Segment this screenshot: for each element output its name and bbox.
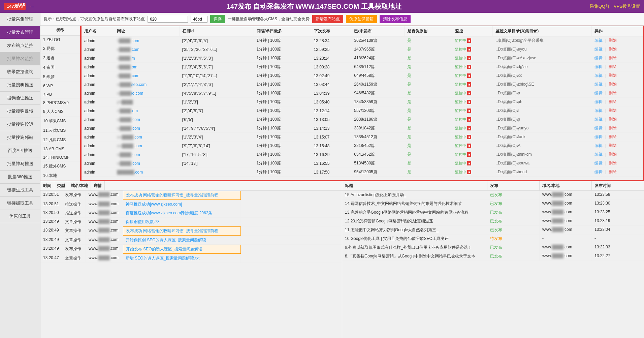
sidebar-item-link-extract[interactable]: 链接抓取工具 xyxy=(0,197,40,210)
sidebar-item-pseudo-original[interactable]: 伪原创工具 xyxy=(0,210,40,223)
cell-url[interactable]: e████.com xyxy=(114,45,179,54)
log-detail-text[interactable]: 神马推送成功[www.zjxseo.com] xyxy=(123,200,241,209)
sidebar-item-sogou-feedback[interactable]: 批量搜狗反馈 xyxy=(0,105,40,118)
edit-link[interactable]: 编辑 xyxy=(594,38,603,43)
sidebar-item-sogou-complain[interactable]: 批量搜狗投诉 xyxy=(0,118,40,131)
sidebar-item-data-query[interactable]: 收录数据查询 xyxy=(0,65,40,79)
type-item[interactable]: 14.THINKCMF xyxy=(40,153,80,162)
delete-link[interactable]: 删除 xyxy=(609,82,617,87)
edit-link[interactable]: 编辑 xyxy=(594,108,603,113)
log-detail-text[interactable]: 开始伪原创 SEO的诱人课区_搜索量问题解读 xyxy=(123,236,241,244)
vps-settings-link[interactable]: VPS拨号设置 xyxy=(614,3,640,9)
delete-link[interactable]: 删除 xyxy=(609,117,617,122)
log-detail-text[interactable]: 发布成功 网络营销的吸睛坏习惯_搜寻量准踏蹄前程 xyxy=(123,191,241,200)
delete-link[interactable]: 删除 xyxy=(609,126,617,130)
stop-monitor-button[interactable]: ■ xyxy=(467,170,471,174)
sidebar-item-batch-collect[interactable]: 批量采集管理 xyxy=(0,13,40,26)
type-item[interactable]: 7.PB xyxy=(40,90,80,99)
log-detail-text[interactable]: 开始发布 SEO的诱人课区_搜索量问题解读 xyxy=(123,245,241,254)
delete-link[interactable]: 删除 xyxy=(609,152,617,157)
clear-info-button[interactable]: 清除发布信息 xyxy=(380,15,411,23)
edit-link[interactable]: 编辑 xyxy=(594,117,603,122)
edit-link[interactable]: 编辑 xyxy=(594,134,603,139)
code-input[interactable] xyxy=(191,16,207,23)
cell-url[interactable]: w████seo.com xyxy=(114,80,179,89)
type-item[interactable]: 5.织梦 xyxy=(40,72,80,82)
cell-url[interactable]: wv████.com xyxy=(114,142,179,150)
save-button[interactable]: 保存 xyxy=(210,15,225,23)
token-input[interactable] xyxy=(148,16,188,23)
type-item[interactable]: 4.帝国 xyxy=(40,63,80,72)
cell-url[interactable]: d████.om xyxy=(114,63,179,71)
type-item[interactable]: 11.云优CMS xyxy=(40,126,80,135)
type-item[interactable]: 8.PHPCMSV9 xyxy=(40,99,80,107)
type-item[interactable]: 9.人人CMS xyxy=(40,107,80,117)
stop-monitor-button[interactable]: ■ xyxy=(467,109,471,113)
edit-link[interactable]: 编辑 xyxy=(594,47,603,52)
stop-monitor-button[interactable]: ■ xyxy=(467,161,471,165)
stop-monitor-button[interactable]: ■ xyxy=(467,65,471,69)
stop-monitor-button[interactable]: ■ xyxy=(467,47,471,52)
cell-url[interactable]: wv████.com xyxy=(114,133,179,142)
delete-link[interactable]: 删除 xyxy=(609,47,617,52)
cell-url[interactable]: w████.com xyxy=(114,124,179,133)
delete-link[interactable]: 删除 xyxy=(609,143,617,148)
sidebar-item-publish-monitor[interactable]: 发布站点监控 xyxy=(0,39,40,52)
type-item[interactable]: 6.WP xyxy=(40,82,80,90)
sidebar-item-baidu-api[interactable]: 百度API推送 xyxy=(0,144,40,157)
cell-url[interactable]: w████.com xyxy=(114,115,179,124)
cell-url[interactable]: x████.m xyxy=(114,54,179,63)
sidebar-item-shenma-push[interactable]: 批量神马推送 xyxy=(0,157,40,171)
type-item[interactable]: 16.本地 xyxy=(40,171,80,181)
sidebar-item-sogou-push[interactable]: 批量搜狗推送 xyxy=(0,79,40,92)
pseudo-original-button[interactable]: 伪原创保管箱 xyxy=(346,15,377,23)
type-item[interactable]: 1.ZBLOG xyxy=(40,36,80,44)
delete-link[interactable]: 删除 xyxy=(609,99,617,104)
cell-url[interactable]: v████.com xyxy=(114,36,179,45)
stop-monitor-button[interactable]: ■ xyxy=(467,126,471,130)
log-detail-text[interactable]: 新增 SEO的诱人课区_搜索量问题解读.txt xyxy=(123,254,241,263)
stop-monitor-button[interactable]: ■ xyxy=(467,56,471,60)
type-item[interactable]: 12.凡科CMS xyxy=(40,135,80,145)
edit-link[interactable]: 编辑 xyxy=(594,170,603,174)
delete-link[interactable]: 删除 xyxy=(609,134,617,139)
delete-link[interactable]: 删除 xyxy=(609,73,617,78)
edit-link[interactable]: 编辑 xyxy=(594,56,603,60)
type-item[interactable]: 3.迅睿 xyxy=(40,54,80,63)
edit-link[interactable]: 编辑 xyxy=(594,64,603,69)
cell-url[interactable]: ██████.com xyxy=(114,168,179,177)
edit-link[interactable]: 编辑 xyxy=(594,91,603,95)
delete-link[interactable]: 删除 xyxy=(609,108,617,113)
delete-link[interactable]: 删除 xyxy=(609,161,617,165)
cell-url[interactable]: rr████.om xyxy=(114,106,179,115)
cell-url[interactable]: d████.com xyxy=(114,71,179,80)
delete-link[interactable]: 删除 xyxy=(609,91,617,95)
edit-link[interactable]: 编辑 xyxy=(594,152,603,157)
add-site-button[interactable]: 新增发布站点 xyxy=(312,15,343,23)
qq-group-link[interactable]: 采集QQ群 xyxy=(590,3,610,9)
sidebar-item-batch-publish[interactable]: 批量发布管理 xyxy=(0,26,40,39)
sidebar-item-sogou-verify[interactable]: 搜狗验证推送 xyxy=(0,92,40,105)
cell-url[interactable]: w████io.com xyxy=(114,89,179,98)
type-item[interactable]: 2.易优 xyxy=(40,44,80,54)
stop-monitor-button[interactable]: ■ xyxy=(467,38,471,43)
stop-monitor-button[interactable]: ■ xyxy=(467,91,471,95)
delete-link[interactable]: 删除 xyxy=(609,64,617,69)
type-item[interactable]: 13.AB-CMS xyxy=(40,145,80,153)
type-item[interactable]: 10.苹果CMS xyxy=(40,117,80,126)
stop-monitor-button[interactable]: ■ xyxy=(467,135,471,139)
log-detail-text[interactable]: 伪原创使用次数:73 xyxy=(123,218,241,226)
edit-link[interactable]: 编辑 xyxy=(594,143,603,148)
stop-monitor-button[interactable]: ■ xyxy=(467,152,471,157)
sidebar-item-sogou-neighbor[interactable]: 批量搜狗邻站 xyxy=(0,131,40,144)
edit-link[interactable]: 编辑 xyxy=(594,99,603,104)
stop-monitor-button[interactable]: ■ xyxy=(467,100,471,104)
delete-link[interactable]: 删除 xyxy=(609,38,617,43)
sidebar-item-link-gen[interactable]: 链接生成工具 xyxy=(0,184,40,197)
cell-url[interactable]: ph████ xyxy=(114,98,179,106)
delete-link[interactable]: 删除 xyxy=(609,56,617,60)
edit-link[interactable]: 编辑 xyxy=(594,126,603,130)
sidebar-item-360-push[interactable]: 批量360推送 xyxy=(0,171,40,184)
stop-monitor-button[interactable]: ■ xyxy=(467,82,471,87)
type-item[interactable]: 15.搜外CMS xyxy=(40,162,80,171)
